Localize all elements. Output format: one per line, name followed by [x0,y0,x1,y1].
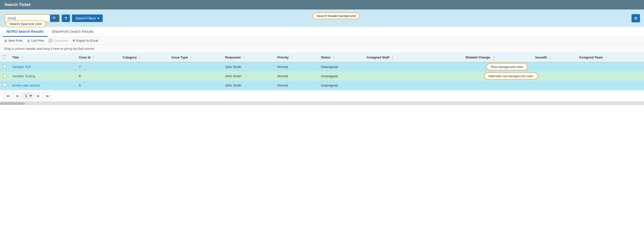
chevron-down-icon: ▾ [98,16,99,20]
drag-hint: Drag a column header and drop it here to… [0,45,644,53]
results-table-wrapper: Title ⋮ Case Id ⋮ Category ⋮ [0,53,644,90]
search-icon: 🔍 [52,16,57,20]
row1-assigned-team [576,62,644,72]
export-excel-button[interactable]: ✕ Export to Excel [72,39,98,43]
col-issue-type-menu-icon[interactable]: ⋮ [189,56,192,59]
saved-filters-button[interactable]: Saved Filters ▾ [72,15,103,22]
list-print-icon: 🖨 [27,39,30,43]
row1-checkbox[interactable] [3,65,6,68]
gear-button[interactable]: ⚙ [632,14,640,23]
next-page-button[interactable]: ► [34,93,42,99]
row2-issue-id [532,72,576,81]
filter-button[interactable]: ⚗ [62,15,70,22]
results-table: Title ⋮ Case Id ⋮ Category ⋮ [0,53,644,90]
tab-nitro-search[interactable]: NITRO Search Results [2,27,48,37]
col-requester: Requester ⋮ [222,53,274,62]
prev-page-button[interactable]: ◄ [13,93,21,99]
row1-case-id: 7 [76,62,120,72]
tab-sharepoint-search[interactable]: SharePoint Search Results [48,27,98,37]
comment-icon: 💬 [48,39,52,43]
row2-priority: Normal [274,72,318,81]
table-row: Invoke web service 5 John Smith Normal U… [0,81,644,90]
col-status-menu-icon[interactable]: ⋮ [332,56,335,59]
col-assigned-team-menu-icon[interactable]: ⋮ [604,56,607,59]
row3-category [120,81,168,90]
callout-search-header-bg: Search header background [312,13,360,19]
col-case-id-menu-icon[interactable]: ⋮ [92,56,95,59]
col-title: Title ⋮ [9,53,76,62]
row1-title: Variable Test [9,62,76,72]
page-title: Search Ticket [4,3,30,7]
row2-title: Variable Testing [9,72,76,81]
gear-icon: ⚙ [634,16,638,21]
row3-select [0,81,9,90]
row1-requester: John Smith [222,62,274,72]
row3-case-id: 5 [76,81,120,90]
col-priority-menu-icon[interactable]: ⋮ [290,56,293,59]
col-related-change-menu-icon[interactable]: ⋮ [492,56,495,59]
excel-icon: ✕ [72,39,75,43]
row1-title-link[interactable]: Variable Test [12,65,31,69]
search-header: 🔍 ⚗ Saved Filters ▾ Search Input text co… [0,10,644,27]
row3-checkbox[interactable] [3,83,6,87]
row2-assigned-staff: Alternate row background color [364,72,463,81]
col-title-menu-icon[interactable]: ⋮ [20,56,24,59]
col-category-menu-icon[interactable]: ⋮ [138,56,141,59]
col-case-id: Case Id ⋮ [76,53,120,62]
toolbar: 🖨 Item Print 🖨 List Print 💬 Comment ✕ Ex… [0,37,644,45]
page-select[interactable]: 1 [22,93,33,99]
row1-status: Unassigned [318,62,364,72]
col-issue-id-menu-icon[interactable]: ⋮ [548,56,551,59]
row1-issue-type [168,62,222,72]
col-assigned-staff: Assigned Staff ⋮ [364,53,463,62]
row3-issue-type [168,81,222,90]
row1-category [120,62,168,72]
row1-assigned-staff: Row background color [364,62,463,72]
filter-icon: ⚗ [64,16,68,20]
col-priority: Priority ⋮ [274,53,318,62]
callout-row-bg-color: Row background color [486,63,528,71]
col-issue-type: Issue Type ⋮ [168,53,222,62]
pagination: ⏮ ◄ 1 ► ⏭ [0,90,644,102]
row2-status: Unassigned [318,72,364,81]
row2-checkbox[interactable] [3,74,6,77]
col-assigned-team: Assigned Team ⋮ [576,53,644,62]
row2-title-link[interactable]: Variable Testing [12,74,35,78]
col-related-change: Related Change ⋮ [463,53,532,62]
row2-assigned-team [576,72,644,81]
row3-priority: Normal [274,81,318,90]
col-assigned-staff-menu-icon[interactable]: ⋮ [391,56,394,59]
item-print-button[interactable]: 🖨 Item Print [4,39,22,43]
row3-assigned-staff [364,81,463,90]
row3-title-link[interactable]: Invoke web service [12,84,40,87]
row2-requester: John Smith [222,72,274,81]
callout-search-input-text-color: Search Input text color [6,21,46,27]
select-all-checkbox[interactable] [3,55,6,59]
row3-status: Unassigned [318,81,364,90]
row2-issue-type [168,72,222,81]
row3-related-change [463,81,532,90]
col-category: Category ⋮ [120,53,168,62]
col-issue-id: IssueID ⋮ [532,53,576,62]
col-requester-menu-icon[interactable]: ⋮ [242,56,245,59]
horizontal-scrollbar[interactable] [0,102,644,105]
first-page-button[interactable]: ⏮ [4,93,12,99]
title-bar: Search Ticket [0,0,644,10]
comment-button[interactable]: 💬 Comment [48,39,68,43]
item-print-icon: 🖨 [4,39,7,43]
scrollbar-thumb[interactable] [0,102,25,105]
search-button[interactable]: 🔍 [50,15,59,22]
row1-priority: Normal [274,62,318,72]
row1-select [0,62,9,72]
last-page-button[interactable]: ⏭ [44,93,52,99]
table-row: Variable Testing 6 John Smith Normal Una… [0,72,644,81]
table-row: Variable Test 7 John Smith Normal Unassi… [0,62,644,72]
row2-select [0,72,9,81]
saved-filters-label: Saved Filters [76,16,96,20]
row3-title: Invoke web service [9,81,76,90]
table-header-row: Title ⋮ Case Id ⋮ Category ⋮ [0,53,644,62]
list-print-button[interactable]: 🖨 List Print [27,39,44,43]
callout-alt-row-bg-color: Alternate row background color [484,73,538,80]
col-select [0,53,9,62]
tabs-bar: NITRO Search Results SharePoint Search R… [0,27,644,37]
